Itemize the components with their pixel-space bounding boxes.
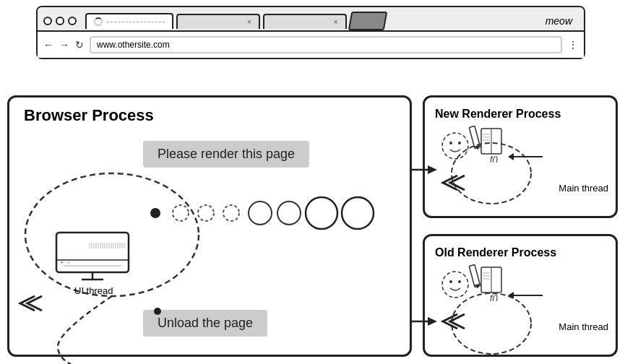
svg-marker-48: [508, 292, 514, 299]
browser-tabs-bar: × × meow: [38, 7, 584, 32]
arrow-svg-old: [508, 288, 544, 303]
chevrons-new-svg: [439, 173, 472, 193]
tab-2[interactable]: ×: [176, 14, 260, 29]
input-chevrons: [17, 292, 49, 317]
browser-process-box: Browser Process Please render this page …: [7, 95, 412, 357]
book-svg-new: f(): [468, 123, 508, 162]
svg-marker-35: [508, 153, 514, 160]
arrow-to-doodle-old: [508, 288, 544, 306]
new-renderer-title: New Renderer Process: [435, 108, 561, 121]
tab-3[interactable]: ×: [263, 14, 347, 29]
arrow-svg-new: [508, 150, 544, 164]
window-dot-3: [68, 17, 77, 25]
book-icon-new: f(): [468, 123, 508, 165]
svg-point-36: [442, 272, 468, 298]
svg-rect-39: [469, 264, 480, 287]
window-controls: [43, 17, 77, 25]
ui-thread-label: UI thread: [74, 284, 113, 297]
old-renderer-doodle: [439, 269, 472, 304]
diagram-area: Browser Process Please render this page …: [0, 87, 625, 364]
old-renderer-box: Old Renderer Process f(): [423, 234, 618, 357]
smiley-icon-new: [439, 130, 472, 162]
meow-label: meow: [540, 12, 578, 30]
new-renderer-doodle: [439, 130, 472, 165]
svg-point-23: [442, 133, 468, 159]
tab-close-icon-3[interactable]: ×: [334, 18, 338, 26]
main-thread-label-new: Main thread: [559, 181, 608, 194]
new-renderer-chevrons: [439, 173, 472, 196]
unload-bubble: Unload the page: [143, 310, 267, 337]
window-dot-1: [43, 17, 52, 25]
chevrons-old-svg: [439, 311, 472, 332]
old-renderer-title: Old Renderer Process: [435, 246, 556, 259]
svg-text:f(): f(): [490, 293, 498, 301]
address-bar[interactable]: [90, 36, 562, 53]
book-icon-old: f(): [468, 261, 508, 304]
svg-rect-26: [469, 126, 480, 148]
tab-skewed: [348, 12, 387, 30]
window-dot-2: [56, 17, 64, 25]
svg-text:f(): f(): [490, 155, 498, 162]
ui-thread-area: + →: [53, 231, 132, 285]
browser-toolbar: ← → ↻ ⋮: [38, 32, 584, 58]
book-svg-old: f(): [468, 261, 508, 301]
tab-spinner: [94, 17, 103, 26]
tab-1[interactable]: [85, 13, 173, 29]
tab-close-icon-2[interactable]: ×: [247, 18, 251, 26]
forward-button[interactable]: →: [59, 39, 69, 51]
back-button[interactable]: ←: [43, 39, 53, 51]
monitor-icon: + →: [53, 231, 132, 282]
svg-point-25: [458, 142, 461, 144]
browser-process-title: Browser Process: [24, 106, 154, 125]
smiley-icon-old: [439, 269, 472, 301]
svg-point-37: [449, 280, 452, 283]
svg-rect-16: [56, 233, 129, 272]
main-thread-label-old: Main thread: [559, 320, 608, 333]
svg-text:+ →: + →: [60, 259, 71, 266]
svg-point-24: [449, 142, 452, 144]
chevrons-svg: [17, 292, 49, 314]
unload-dot: [154, 308, 161, 315]
refresh-button[interactable]: ↻: [75, 39, 84, 51]
new-renderer-box: New Renderer Process: [423, 95, 618, 218]
svg-point-38: [458, 280, 461, 283]
old-renderer-chevrons: [439, 311, 472, 334]
browser-window: × × meow ← → ↻ ⋮: [36, 6, 585, 59]
arrow-to-doodle-new: [508, 150, 544, 167]
please-render-bubble: Please render this page: [143, 141, 309, 168]
menu-button[interactable]: ⋮: [568, 39, 578, 51]
